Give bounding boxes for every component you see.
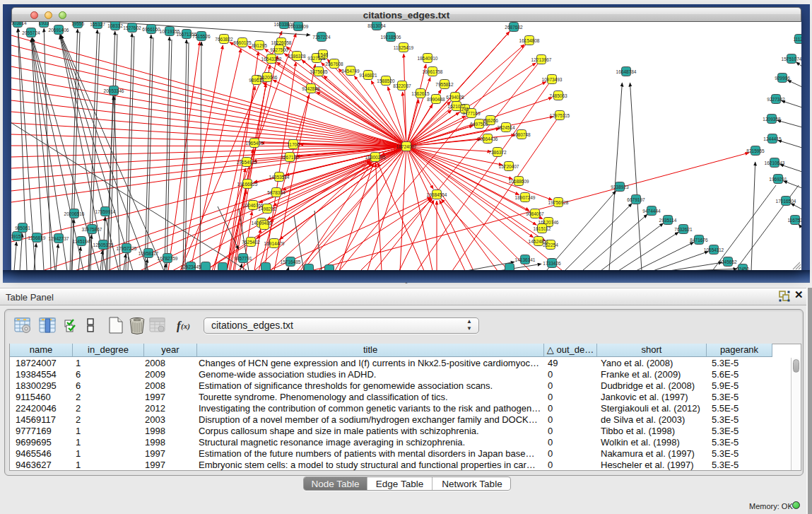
svg-text:12942737: 12942737 — [49, 236, 69, 241]
svg-text:9338923: 9338923 — [611, 185, 629, 189]
svg-text:1903814: 1903814 — [11, 22, 27, 25]
svg-text:16154808: 16154808 — [519, 38, 540, 43]
svg-text:8813054: 8813054 — [367, 23, 386, 28]
svg-text:7515526: 7515526 — [192, 34, 211, 39]
svg-text:10973493: 10973493 — [542, 77, 563, 82]
svg-text:7386372: 7386372 — [488, 150, 507, 155]
svg-text:165327: 165327 — [90, 22, 105, 27]
svg-text:16543382: 16543382 — [261, 57, 282, 62]
svg-text:16782759: 16782759 — [158, 256, 178, 261]
svg-text:8322037: 8322037 — [393, 83, 411, 88]
svg-text:9242848: 9242848 — [302, 86, 320, 91]
svg-text:(x): (x) — [181, 322, 190, 331]
svg-text:252254: 252254 — [543, 243, 558, 247]
svg-text:1498222: 1498222 — [258, 206, 276, 211]
svg-text:9327500: 9327500 — [270, 47, 288, 52]
svg-text:9084067: 9084067 — [526, 211, 544, 216]
svg-text:929996: 929996 — [775, 76, 790, 81]
svg-text:2687682: 2687682 — [505, 25, 523, 30]
svg-text:9857791: 9857791 — [234, 256, 252, 261]
svg-text:2935114: 2935114 — [659, 218, 677, 223]
svg-text:7357224: 7357224 — [312, 35, 331, 40]
svg-text:16961758: 16961758 — [423, 69, 443, 74]
svg-text:1733426: 1733426 — [543, 261, 561, 266]
svg-text:19756928: 19756928 — [548, 200, 569, 205]
svg-text:18226058: 18226058 — [271, 40, 292, 45]
svg-text:15716485: 15716485 — [281, 259, 301, 264]
svg-text:11700: 11700 — [287, 142, 300, 147]
svg-text:5878334: 5878334 — [267, 190, 286, 195]
svg-text:20691406: 20691406 — [49, 28, 69, 33]
svg-text:9146821: 9146821 — [359, 73, 377, 78]
svg-text:3875685: 3875685 — [310, 69, 328, 74]
svg-text:1145194: 1145194 — [73, 239, 90, 244]
svg-text:6497508: 6497508 — [470, 122, 488, 127]
svg-text:18300295: 18300295 — [365, 155, 386, 160]
svg-text:9777169: 9777169 — [462, 111, 481, 116]
svg-text:9474444: 9474444 — [642, 209, 661, 214]
svg-text:3824514: 3824514 — [497, 125, 515, 130]
svg-text:1244415: 1244415 — [763, 136, 782, 141]
svg-text:16033809: 16033809 — [288, 24, 309, 29]
svg-text:7632621: 7632621 — [674, 227, 693, 232]
svg-text:20206516: 20206516 — [64, 211, 85, 216]
svg-text:20364436: 20364436 — [478, 136, 498, 141]
svg-text:14136141: 14136141 — [515, 257, 536, 262]
svg-text:11325419: 11325419 — [394, 45, 414, 50]
svg-text:19384554: 19384554 — [427, 192, 447, 197]
svg-text:1209358: 1209358 — [763, 117, 781, 122]
svg-text:1969291: 1969291 — [769, 177, 787, 182]
svg-text:8454749: 8454749 — [341, 69, 360, 74]
svg-text:8215955: 8215955 — [746, 148, 765, 153]
svg-text:9245652: 9245652 — [719, 259, 737, 264]
svg-text:1080748: 1080748 — [512, 132, 531, 137]
svg-text:12213967: 12213967 — [531, 57, 552, 62]
svg-text:7955812: 7955812 — [435, 82, 454, 87]
svg-text:14353584: 14353584 — [269, 175, 290, 180]
svg-text:18640910: 18640910 — [418, 56, 438, 61]
svg-text:1546: 1546 — [318, 52, 329, 57]
svg-text:15751074: 15751074 — [782, 57, 801, 62]
svg-text:10688609: 10688609 — [509, 179, 529, 184]
svg-text:1965495: 1965495 — [245, 141, 264, 146]
svg-text:16120746: 16120746 — [539, 220, 559, 225]
svg-text:1527602: 1527602 — [123, 25, 141, 30]
svg-text:985061: 985061 — [15, 226, 30, 230]
svg-text:8186328: 8186328 — [288, 54, 306, 59]
svg-text:10654112: 10654112 — [704, 247, 724, 252]
svg-text:18907249: 18907249 — [515, 195, 536, 200]
svg-text:1156819: 1156819 — [28, 235, 46, 240]
svg-text:19218506: 19218506 — [381, 35, 401, 40]
svg-text:92450: 92450 — [736, 267, 749, 271]
svg-text:9227342: 9227342 — [767, 97, 785, 102]
svg-text:11123: 11123 — [793, 37, 801, 42]
svg-text:3267130: 3267130 — [281, 155, 299, 160]
svg-text:19654935: 19654935 — [237, 160, 257, 165]
svg-text:15720407: 15720407 — [499, 164, 519, 169]
svg-text:6679197: 6679197 — [627, 197, 645, 202]
svg-text:16648784: 16648784 — [616, 69, 637, 74]
svg-text:2055724: 2055724 — [22, 30, 40, 35]
svg-text:12923445: 12923445 — [181, 264, 201, 269]
svg-text:33975867: 33975867 — [82, 227, 102, 232]
svg-text:18724007: 18724007 — [396, 144, 417, 149]
svg-text:1615112: 1615112 — [534, 226, 551, 231]
svg-text:20053346: 20053346 — [104, 88, 124, 93]
svg-text:1362615: 1362615 — [411, 91, 430, 96]
svg-text:19555: 19555 — [71, 22, 84, 26]
svg-text:16914479: 16914479 — [264, 241, 285, 246]
svg-text:12975115: 12975115 — [550, 113, 570, 118]
svg-text:17957225: 17957225 — [117, 246, 137, 251]
svg-text:17016504: 17016504 — [776, 199, 796, 204]
svg-text:1933: 1933 — [39, 22, 49, 25]
svg-text:7625402: 7625402 — [242, 240, 260, 245]
svg-text:14099489: 14099489 — [252, 221, 272, 226]
svg-text:989612: 989612 — [249, 78, 264, 83]
svg-text:6966160: 6966160 — [142, 27, 160, 32]
svg-text:108332: 108332 — [107, 23, 123, 28]
svg-text:6794028: 6794028 — [446, 95, 464, 100]
svg-text:116753: 116753 — [787, 218, 801, 223]
svg-text:2867608: 2867608 — [325, 62, 343, 66]
svg-text:891295: 891295 — [252, 43, 267, 48]
svg-text:8471676: 8471676 — [690, 238, 708, 243]
